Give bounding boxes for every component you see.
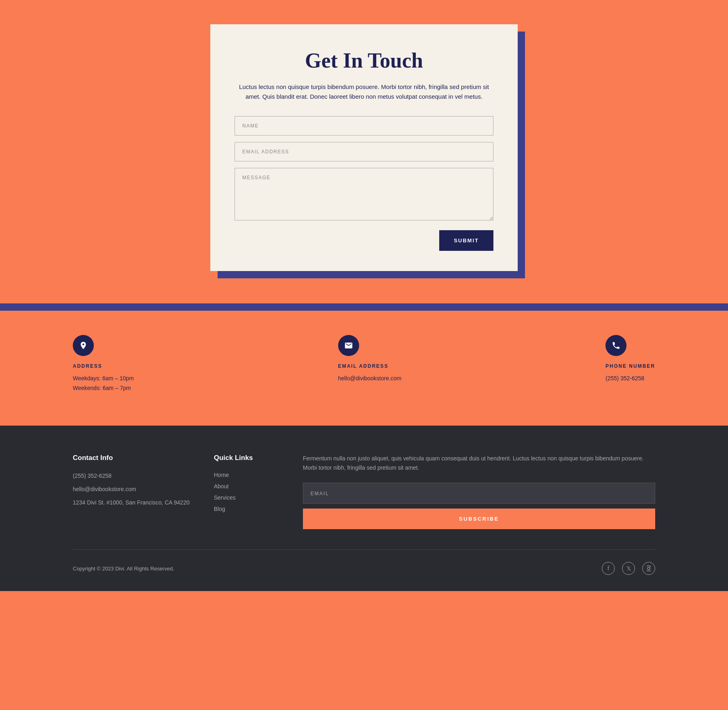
contact-title: Get In Touch: [235, 49, 493, 72]
instagram-svg: [646, 566, 652, 571]
twitter-icon[interactable]: 𝕏: [622, 562, 635, 575]
blue-bar: [0, 303, 728, 311]
footer-divider: [73, 549, 655, 550]
contact-card-wrapper: Get In Touch Luctus lectus non quisque t…: [210, 24, 518, 271]
email-address-input[interactable]: [235, 142, 493, 161]
name-input[interactable]: [235, 116, 493, 136]
newsletter-email-wrapper: [303, 483, 655, 504]
footer-bottom: Copyright © 2023 Divi. All Rights Reserv…: [73, 558, 655, 575]
phone-icon: [605, 335, 626, 356]
address-icon: [73, 335, 94, 356]
newsletter-description: Fermentum nulla non justo aliquet, quis …: [303, 454, 655, 473]
copyright-text: Copyright © 2023 Divi. All Rights Reserv…: [73, 566, 174, 572]
footer-link-about[interactable]: About: [214, 483, 279, 490]
location-icon: [79, 341, 88, 350]
footer-address: 1234 Divi St. #1000, San Francisco, CA 9…: [73, 498, 190, 507]
phone-handset-icon: [612, 341, 620, 350]
mail-icon: [344, 341, 353, 350]
address-text: Weekdays: 6am – 10pm Weekends: 6am – 7pm: [73, 374, 134, 393]
facebook-icon[interactable]: f: [602, 562, 615, 575]
message-input[interactable]: [235, 168, 493, 220]
name-field-group: [235, 116, 493, 136]
phone-block: PHONE NUMBER (255) 352-6258: [605, 335, 655, 384]
contact-card: Get In Touch Luctus lectus non quisque t…: [210, 24, 518, 271]
footer-link-blog[interactable]: Blog: [214, 506, 279, 512]
address-block: ADDRESS Weekdays: 6am – 10pm Weekends: 6…: [73, 335, 134, 393]
address-label: ADDRESS: [73, 363, 102, 369]
quick-links-heading: Quick Links: [214, 454, 279, 462]
email-block: EMAIL ADDRESS hello@divibookstore.com: [338, 335, 402, 384]
footer: Contact Info (255) 352-6258 hello@divibo…: [0, 426, 728, 591]
message-field-group: [235, 168, 493, 222]
footer-newsletter-col: Fermentum nulla non justo aliquet, quis …: [303, 454, 655, 530]
contact-description: Luctus lectus non quisque turpis bibendu…: [235, 82, 493, 102]
subscribe-button[interactable]: SUBSCRIBE: [303, 509, 655, 529]
footer-top: Contact Info (255) 352-6258 hello@divibo…: [73, 454, 655, 530]
email-field-group: [235, 142, 493, 161]
contact-section: Get In Touch Luctus lectus non quisque t…: [0, 0, 728, 303]
email-icon: [338, 335, 359, 356]
footer-phone: (255) 352-6258: [73, 472, 190, 480]
newsletter-email-input[interactable]: [311, 491, 648, 496]
submit-button[interactable]: SUBMIT: [439, 230, 493, 251]
phone-value: (255) 352-6258: [605, 374, 644, 384]
phone-label: PHONE NUMBER: [605, 363, 655, 369]
footer-contact-col: Contact Info (255) 352-6258 hello@divibo…: [73, 454, 190, 530]
footer-link-services[interactable]: Services: [214, 494, 279, 501]
footer-link-home[interactable]: Home: [214, 472, 279, 478]
contact-info-heading: Contact Info: [73, 454, 190, 462]
submit-row: SUBMIT: [235, 230, 493, 251]
footer-email: hello@divibookstore.com: [73, 485, 190, 494]
footer-socials: f 𝕏: [602, 562, 655, 575]
instagram-icon[interactable]: [642, 562, 655, 575]
email-value: hello@divibookstore.com: [338, 374, 402, 384]
footer-links-col: Quick Links Home About Services Blog: [214, 454, 279, 530]
info-section: ADDRESS Weekdays: 6am – 10pm Weekends: 6…: [0, 311, 728, 426]
email-address-label: EMAIL ADDRESS: [338, 363, 389, 369]
